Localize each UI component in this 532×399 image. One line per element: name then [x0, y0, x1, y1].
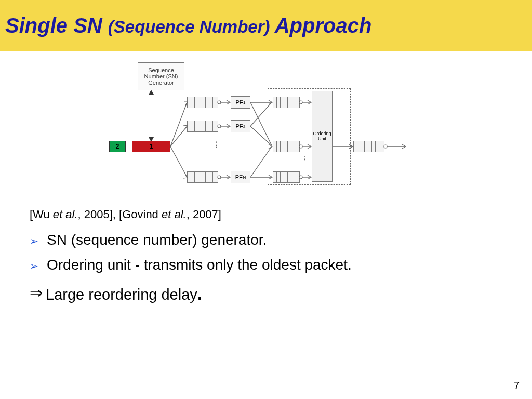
pe1-sub: 1 [243, 100, 245, 105]
ref-it1: et al. [53, 208, 78, 221]
vertical-dots-2: ··· [301, 156, 310, 161]
ref-post: , 2007] [187, 208, 221, 221]
peN-label: PE [235, 174, 243, 180]
pe2-sub: 2 [243, 124, 245, 129]
svg-line-0 [170, 102, 187, 147]
references: [Wu et al., 2005], [Govind et al., 2007] [30, 208, 497, 221]
conclusion-text: Large reordering delay. [46, 284, 202, 304]
page-number: 7 [514, 380, 520, 392]
implies-icon: ⇒ [30, 284, 43, 302]
reorder-queue-n [273, 171, 300, 183]
bullet-1-text: SN (sequence number) generator. [47, 232, 267, 248]
reorder-queue-mid [273, 141, 300, 152]
input-queue-n [187, 171, 218, 183]
packet-1: 1 [132, 141, 170, 152]
pe-n-box: PEN [231, 171, 250, 183]
output-queue [353, 141, 384, 152]
conclusion-row: ⇒ Large reordering delay. [30, 284, 497, 304]
svg-line-1 [170, 126, 187, 147]
reorder-queue-1 [273, 97, 300, 108]
pe2-label: PE [235, 123, 243, 129]
slide-title: Single SN (Sequence Number) Approach [5, 14, 371, 37]
architecture-diagram: Sequence Number (SN) Generator 2 1 PE1 P… [109, 62, 426, 197]
ref-mid: , 2005], [Govind [78, 208, 162, 221]
svg-line-2 [170, 147, 187, 177]
title-sub: (Sequence Number) [108, 17, 275, 36]
vertical-dots-1: ····· [213, 140, 221, 148]
pe-1-box: PE1 [231, 96, 250, 109]
bullet-1: ➢ SN (sequence number) generator. [30, 232, 497, 248]
ref-pre: [Wu [30, 208, 53, 221]
pe1-label: PE [235, 99, 243, 105]
arrow-up-icon [149, 90, 154, 95]
bullet-2: ➢ Ordering unit - transmits only the old… [30, 257, 497, 273]
sn-connector-line [151, 91, 151, 141]
peN-sub: N [243, 175, 246, 180]
pe-2-box: PE2 [231, 120, 250, 132]
input-queue-2 [187, 121, 218, 132]
title-bar: Single SN (Sequence Number) Approach [0, 0, 532, 51]
bullet-icon: ➢ [30, 235, 38, 247]
body-text: [Wu et al., 2005], [Govind et al., 2007]… [30, 208, 497, 304]
input-queue-1 [187, 97, 218, 108]
title-part1: Single SN [5, 14, 108, 37]
bullet-icon: ➢ [30, 260, 38, 272]
title-part2: Approach [275, 14, 372, 37]
bullet-2-text: Ordering unit - transmits only the oldes… [47, 257, 352, 273]
ref-it2: et al. [162, 208, 187, 221]
packet-2: 2 [109, 141, 126, 152]
ordering-unit-box: Ordering Unit [312, 91, 332, 182]
sn-generator-box: Sequence Number (SN) Generator [138, 62, 184, 90]
